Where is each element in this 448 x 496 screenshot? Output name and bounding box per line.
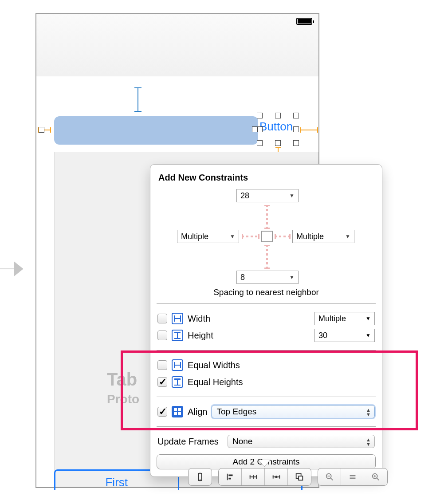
svg-rect-15 bbox=[299, 476, 303, 480]
zoom-group bbox=[318, 468, 388, 486]
divider bbox=[157, 426, 376, 427]
align-label: Align bbox=[188, 407, 207, 417]
update-frames-dropdown[interactable]: None ▲▼ bbox=[228, 435, 375, 448]
resizing-tool-button[interactable] bbox=[288, 468, 311, 485]
width-label: Width bbox=[188, 314, 210, 324]
add-constraints-popover[interactable]: Add New Constraints 28▼ 8▼ Multiple▼ Mul… bbox=[150, 164, 382, 477]
height-label: Height bbox=[188, 331, 213, 341]
canvas-bottom-toolbar bbox=[188, 468, 388, 486]
top-constraint-guide bbox=[138, 87, 138, 112]
align-icon bbox=[172, 406, 183, 417]
popover-title: Add New Constraints bbox=[158, 173, 376, 183]
height-constraint-row: Height 30▼ bbox=[157, 327, 376, 344]
equal-widths-row: Equal Widths bbox=[157, 357, 376, 374]
resolve-tool-button[interactable] bbox=[265, 468, 288, 485]
selection-handle[interactable] bbox=[275, 113, 281, 118]
selection-handle[interactable] bbox=[275, 140, 281, 146]
svg-line-17 bbox=[330, 478, 333, 480]
placeholder-text: Tab Proto bbox=[107, 370, 139, 406]
zoom-in-button[interactable] bbox=[364, 468, 387, 485]
spacing-bottom-strut[interactable] bbox=[266, 245, 268, 269]
spacing-top-field[interactable]: 28▼ bbox=[236, 189, 299, 202]
spacing-center-icon bbox=[261, 231, 273, 242]
spacing-right-field[interactable]: Multiple▼ bbox=[292, 230, 354, 243]
spacing-right-strut[interactable] bbox=[275, 236, 291, 237]
pin-tool-button[interactable] bbox=[242, 468, 265, 485]
selection-handle[interactable] bbox=[257, 140, 263, 146]
update-frames-label: Update Frames bbox=[157, 437, 223, 447]
width-value-field[interactable]: Multiple▼ bbox=[314, 312, 375, 325]
selection-handle[interactable] bbox=[257, 113, 263, 118]
spacing-top-strut[interactable] bbox=[266, 205, 268, 229]
spacing-bottom-field[interactable]: 8▼ bbox=[236, 271, 299, 284]
selection-handle[interactable] bbox=[252, 126, 258, 132]
align-checkbox[interactable] bbox=[157, 407, 167, 417]
equal-heights-row: Equal Heights bbox=[157, 374, 376, 390]
selection-handle[interactable] bbox=[293, 140, 299, 146]
spacing-caption: Spacing to nearest neighbor bbox=[157, 287, 376, 297]
svg-point-11 bbox=[275, 476, 278, 478]
divider bbox=[157, 303, 376, 304]
divider bbox=[157, 397, 376, 397]
height-value-field[interactable]: 30▼ bbox=[314, 329, 375, 342]
align-tool-button[interactable] bbox=[219, 468, 242, 485]
width-constraint-row: Width Multiple▼ bbox=[157, 310, 376, 327]
battery-full-icon bbox=[296, 18, 312, 25]
selection-handle[interactable] bbox=[39, 127, 44, 133]
spacing-diagram: 28▼ 8▼ Multiple▼ Multiple▼ bbox=[157, 189, 376, 286]
spacing-left-field[interactable]: Multiple▼ bbox=[177, 230, 239, 243]
svg-rect-4 bbox=[228, 478, 231, 480]
equal-heights-checkbox[interactable] bbox=[157, 377, 167, 387]
equal-heights-icon bbox=[172, 376, 183, 388]
trailing-space-indicator bbox=[300, 130, 318, 130]
height-icon bbox=[172, 330, 183, 341]
equal-widths-label: Equal Widths bbox=[188, 360, 240, 370]
height-checkbox[interactable] bbox=[157, 331, 167, 340]
selection-handle[interactable] bbox=[293, 126, 299, 132]
equal-heights-label: Equal Heights bbox=[188, 377, 243, 387]
equal-widths-icon bbox=[172, 359, 183, 371]
divider bbox=[157, 350, 376, 350]
svg-rect-3 bbox=[228, 475, 232, 476]
svg-line-22 bbox=[377, 478, 379, 480]
align-row: Align Top Edges ▲▼ bbox=[157, 403, 376, 420]
status-bar bbox=[36, 14, 318, 76]
zoom-out-button[interactable] bbox=[318, 468, 341, 485]
equal-widths-checkbox[interactable] bbox=[157, 360, 167, 370]
spacing-left-strut[interactable] bbox=[242, 236, 259, 237]
update-frames-row: Update Frames None ▲▼ bbox=[157, 433, 376, 450]
selection-handle[interactable] bbox=[293, 113, 299, 118]
zoom-actual-button[interactable] bbox=[341, 468, 364, 485]
width-checkbox[interactable] bbox=[157, 314, 167, 323]
search-field-view[interactable] bbox=[54, 116, 258, 145]
caller-arrow bbox=[0, 258, 24, 279]
canvas-button[interactable]: Button bbox=[259, 120, 293, 134]
align-dropdown[interactable]: Top Edges ▲▼ bbox=[212, 405, 375, 418]
device-group bbox=[188, 468, 212, 486]
popover-arrow-icon bbox=[258, 460, 271, 467]
device-config-button[interactable] bbox=[189, 468, 212, 485]
svg-point-1 bbox=[200, 479, 200, 480]
width-icon bbox=[172, 313, 183, 324]
layout-tools-group bbox=[218, 468, 311, 486]
